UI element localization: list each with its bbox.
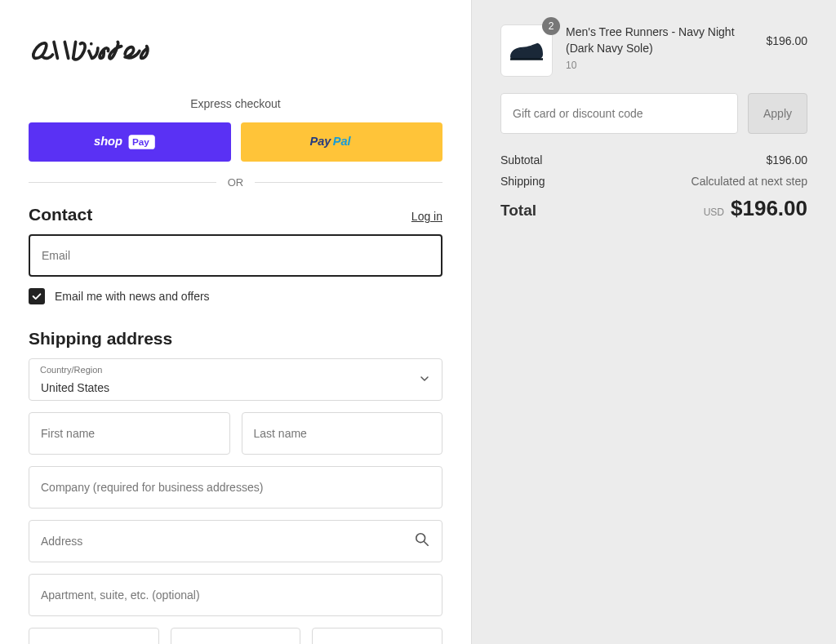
subtotal-value: $196.00 (766, 153, 807, 167)
contact-title: Contact (29, 205, 92, 224)
svg-text:shop: shop (94, 135, 122, 148)
svg-text:Pay: Pay (310, 135, 332, 148)
newsletter-label: Email me with news and offers (55, 290, 210, 303)
svg-point-5 (416, 534, 425, 543)
svg-text:Pay: Pay (132, 136, 149, 147)
svg-line-6 (425, 542, 429, 546)
zip-input[interactable] (312, 628, 442, 644)
search-icon (415, 532, 429, 550)
shipping-title: Shipping address (29, 329, 172, 349)
company-input[interactable] (29, 466, 442, 509)
cart-item: 2 Men's Tree Runners - Navy Night (Dark … (500, 24, 807, 77)
login-link[interactable]: Log in (411, 210, 442, 223)
apartment-input[interactable] (29, 574, 442, 616)
total-label: Total (500, 202, 536, 220)
brand-logo[interactable] (29, 33, 442, 73)
item-title: Men's Tree Runners - Navy Night (Dark Na… (566, 24, 753, 56)
country-label: Country/Region (40, 365, 102, 375)
currency-label: USD (704, 207, 724, 218)
city-input[interactable] (29, 628, 159, 644)
express-checkout-label: Express checkout (29, 97, 442, 110)
divider: OR (29, 176, 442, 189)
svg-text:Pal: Pal (333, 135, 352, 148)
quantity-badge: 2 (542, 17, 560, 35)
apply-button[interactable]: Apply (748, 93, 807, 134)
discount-input[interactable] (500, 93, 738, 134)
last-name-input[interactable] (242, 412, 443, 455)
first-name-input[interactable] (29, 412, 230, 455)
shipping-label: Shipping (500, 175, 545, 188)
paypal-button[interactable]: Pay Pal (241, 122, 443, 162)
item-variant: 10 (566, 60, 753, 71)
newsletter-checkbox[interactable] (29, 288, 45, 304)
shop-pay-button[interactable]: shop Pay (29, 122, 231, 162)
chevron-down-icon (420, 372, 429, 387)
total-amount: $196.00 (731, 196, 807, 221)
state-input[interactable] (171, 628, 301, 644)
address-input[interactable] (29, 520, 442, 562)
subtotal-label: Subtotal (500, 153, 542, 167)
shipping-value: Calculated at next step (691, 175, 807, 188)
country-value: United States (41, 381, 109, 394)
item-price: $196.00 (766, 34, 807, 47)
email-input[interactable] (29, 234, 442, 277)
divider-label: OR (216, 176, 256, 189)
